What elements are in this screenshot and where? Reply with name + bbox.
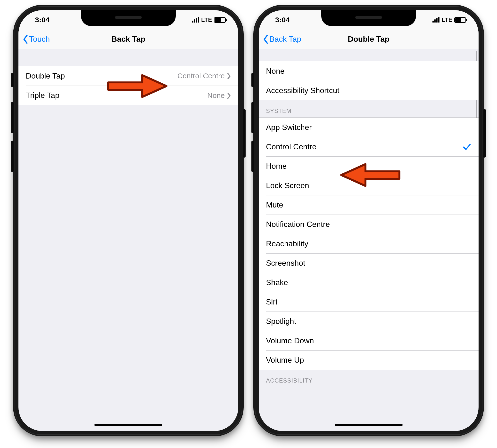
row-siri[interactable]: Siri (266, 292, 479, 312)
network-label: LTE (201, 16, 212, 23)
row-label: Reachability (266, 239, 471, 248)
signal-icon (192, 17, 199, 23)
row-label: Shake (266, 278, 471, 287)
row-reachability[interactable]: Reachability (266, 234, 479, 253)
row-label: Accessibility Shortcut (266, 86, 471, 95)
row-volume-up[interactable]: Volume Up (266, 350, 479, 370)
screen: 3:04 LTE Touch Back Tap Double Tap (18, 10, 238, 431)
row-label: Triple Tap (26, 91, 207, 100)
row-label: Home (266, 162, 471, 171)
settings-group-system: App Switcher Control Centre Home Lock Sc… (259, 117, 479, 370)
status-right: LTE (192, 16, 227, 23)
section-header-accessibility: ACCESSIBILITY (259, 370, 479, 387)
side-button (483, 109, 486, 158)
row-label: Volume Down (266, 336, 471, 345)
battery-icon (214, 17, 226, 23)
row-screenshot[interactable]: Screenshot (266, 253, 479, 273)
side-button (251, 141, 254, 172)
nav-bar: Back Tap Double Tap (259, 30, 479, 49)
status-time: 3:04 (270, 16, 290, 24)
home-indicator[interactable] (335, 424, 403, 426)
back-button[interactable]: Back Tap (263, 35, 301, 44)
row-label: Double Tap (26, 72, 177, 80)
phone-mockup-left: 3:04 LTE Touch Back Tap Double Tap (13, 5, 244, 436)
row-label: Lock Screen (266, 181, 471, 190)
row-control-centre[interactable]: Control Centre (266, 137, 479, 156)
row-label: Spotlight (266, 317, 471, 326)
row-triple-tap[interactable]: Triple Tap None (26, 86, 238, 105)
signal-icon (432, 17, 440, 23)
checkmark-icon (463, 143, 471, 151)
row-double-tap[interactable]: Double Tap Control Centre (18, 66, 238, 86)
chevron-right-icon (227, 92, 231, 99)
row-value: None (207, 91, 225, 100)
row-shake[interactable]: Shake (266, 273, 479, 292)
status-right: LTE (432, 16, 467, 23)
content-area: None Accessibility Shortcut SYSTEM App S… (259, 49, 479, 431)
row-spotlight[interactable]: Spotlight (266, 312, 479, 331)
row-label: Siri (266, 297, 471, 306)
row-label: Control Centre (266, 142, 463, 151)
row-volume-down[interactable]: Volume Down (266, 331, 479, 350)
row-value: Control Centre (177, 72, 225, 80)
battery-icon (454, 17, 466, 23)
content-area: Double Tap Control Centre Triple Tap Non… (18, 49, 238, 431)
settings-group: Double Tap Control Centre Triple Tap Non… (18, 66, 238, 105)
notch (81, 10, 176, 26)
row-mute[interactable]: Mute (266, 195, 479, 215)
chevron-left-icon (263, 35, 268, 44)
chevron-right-icon (227, 72, 231, 79)
chevron-left-icon (23, 35, 28, 44)
settings-group-top: None Accessibility Shortcut (259, 61, 479, 100)
row-app-switcher[interactable]: App Switcher (259, 118, 479, 137)
row-label: Volume Up (266, 356, 471, 365)
row-label: Screenshot (266, 259, 471, 268)
row-home[interactable]: Home (266, 156, 479, 176)
screen: 3:04 LTE Back Tap Double Tap N (259, 10, 479, 431)
row-notification-centre[interactable]: Notification Centre (266, 215, 479, 234)
side-button (243, 109, 246, 158)
side-button (251, 102, 254, 133)
page-title: Back Tap (111, 35, 145, 44)
row-label: None (266, 67, 471, 76)
side-button (11, 73, 14, 87)
phone-mockup-right: 3:04 LTE Back Tap Double Tap N (253, 5, 484, 436)
back-label: Touch (29, 35, 50, 44)
row-none[interactable]: None (259, 61, 479, 81)
home-indicator[interactable] (94, 424, 162, 426)
back-label: Back Tap (269, 35, 301, 44)
side-button (11, 102, 14, 133)
row-lock-screen[interactable]: Lock Screen (266, 176, 479, 195)
status-time: 3:04 (30, 16, 50, 24)
row-accessibility-shortcut[interactable]: Accessibility Shortcut (266, 81, 479, 100)
nav-bar: Touch Back Tap (18, 30, 238, 49)
row-label: Mute (266, 200, 471, 209)
back-button[interactable]: Touch (23, 35, 50, 44)
side-button (251, 73, 254, 87)
network-label: LTE (441, 16, 452, 23)
notch (321, 10, 416, 26)
page-title: Double Tap (348, 35, 390, 44)
row-label: Notification Centre (266, 220, 471, 229)
side-button (11, 141, 14, 172)
section-header-system: SYSTEM (259, 100, 479, 117)
row-label: App Switcher (266, 123, 471, 132)
